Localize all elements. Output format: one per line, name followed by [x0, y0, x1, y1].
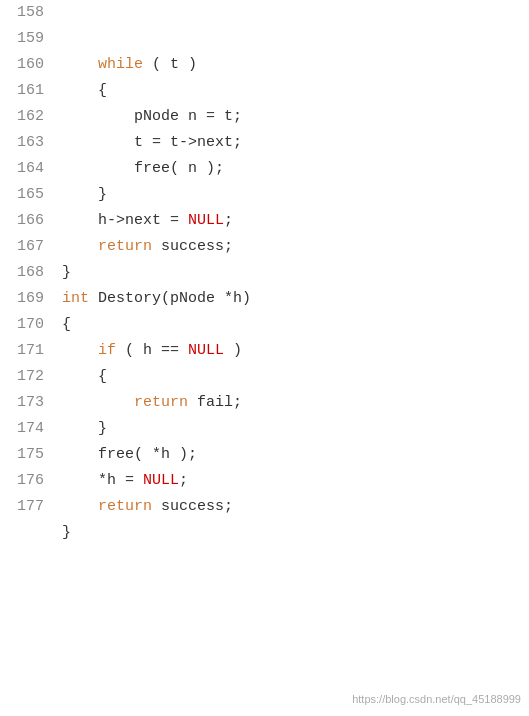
code-line: t = t->next; — [62, 130, 529, 156]
line-number: 159 — [8, 26, 44, 52]
line-number: 160 — [8, 52, 44, 78]
line-number: 161 — [8, 78, 44, 104]
line-number-column: 1581591601611621631641651661671681691701… — [0, 0, 52, 716]
code-line: free( *h ); — [62, 442, 529, 468]
line-number: 169 — [8, 286, 44, 312]
code-line: *h = NULL; — [62, 468, 529, 494]
line-number: 174 — [8, 416, 44, 442]
line-number: 164 — [8, 156, 44, 182]
line-number: 177 — [8, 494, 44, 520]
code-block: 1581591601611621631641651661671681691701… — [0, 0, 529, 716]
line-number: 172 — [8, 364, 44, 390]
line-number: 158 — [8, 0, 44, 26]
code-line: { — [62, 78, 529, 104]
code-line: free( n ); — [62, 156, 529, 182]
code-line: } — [62, 182, 529, 208]
code-line: int Destory(pNode *h) — [62, 286, 529, 312]
line-number: 175 — [8, 442, 44, 468]
line-number: 166 — [8, 208, 44, 234]
code-line: return success; — [62, 494, 529, 520]
line-number: 162 — [8, 104, 44, 130]
code-line: return fail; — [62, 390, 529, 416]
line-number: 170 — [8, 312, 44, 338]
code-content: while ( t ) { pNode n = t; t = t->next; … — [52, 0, 529, 716]
code-line: if ( h == NULL ) — [62, 338, 529, 364]
code-line: { — [62, 364, 529, 390]
line-number: 167 — [8, 234, 44, 260]
code-line: } — [62, 416, 529, 442]
line-number: 173 — [8, 390, 44, 416]
line-number: 165 — [8, 182, 44, 208]
line-number: 168 — [8, 260, 44, 286]
watermark: https://blog.csdn.net/qq_45188999 — [352, 686, 521, 712]
code-line: pNode n = t; — [62, 104, 529, 130]
code-line: } — [62, 520, 529, 546]
code-line: h->next = NULL; — [62, 208, 529, 234]
line-number: 176 — [8, 468, 44, 494]
line-number: 171 — [8, 338, 44, 364]
line-number: 163 — [8, 130, 44, 156]
code-line: return success; — [62, 234, 529, 260]
code-line: { — [62, 312, 529, 338]
code-line: } — [62, 260, 529, 286]
code-line: while ( t ) — [62, 52, 529, 78]
